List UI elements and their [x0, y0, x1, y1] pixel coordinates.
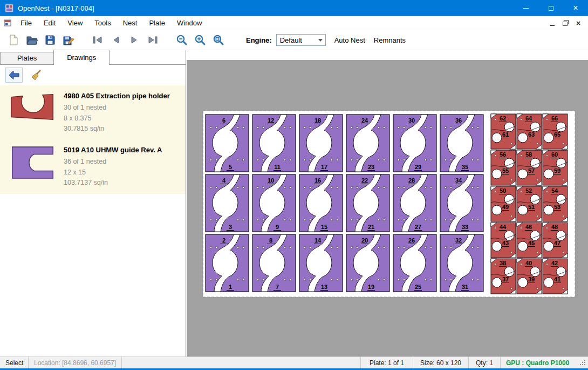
nest-canvas-area: 6512111817242330293635431091615222128273…	[187, 50, 588, 356]
sidebar: PlatesDrawings 4980 A05 Extraction pipe …	[0, 50, 186, 356]
minimize-button[interactable]	[514, 0, 538, 16]
svg-text:58: 58	[525, 151, 532, 158]
uhmw-guide-pair[interactable]: 3433	[440, 174, 483, 232]
pipe-holder-pair[interactable]: 6261	[491, 114, 516, 149]
svg-text:46: 46	[525, 224, 532, 230]
pipe-holder-pair[interactable]: 4241	[543, 259, 568, 294]
pipe-holder-pair[interactable]: 4039	[517, 259, 542, 294]
mdi-restore-icon	[563, 20, 569, 26]
save-as-button[interactable]	[59, 32, 78, 48]
uhmw-guide-pair[interactable]: 109	[252, 174, 296, 232]
maximize-icon	[549, 6, 553, 11]
pipe-holder-pair[interactable]: 4847	[543, 223, 568, 258]
uhmw-guide-pair[interactable]: 43	[206, 174, 249, 232]
svg-text:45: 45	[528, 240, 535, 246]
svg-text:5: 5	[229, 164, 232, 170]
zoom-fit-button[interactable]	[209, 32, 228, 48]
menu-file[interactable]: File	[15, 16, 38, 30]
uhmw-guide-pair[interactable]: 2827	[393, 174, 436, 232]
prev-arrow-icon	[110, 33, 122, 46]
tab-drawings[interactable]: Drawings	[53, 50, 110, 65]
menu-edit[interactable]: Edit	[38, 16, 61, 30]
uhmw-guide-pair[interactable]: 87	[252, 234, 296, 292]
zoom-fit-icon	[212, 33, 225, 46]
uhmw-guide-pair[interactable]: 3231	[440, 234, 483, 292]
svg-text:36: 36	[455, 117, 462, 124]
drawing-list-item[interactable]: 4980 A05 Extraction pipe holder30 of 1 n…	[0, 85, 186, 139]
pipe-holder-pair[interactable]: 5655	[491, 150, 516, 185]
zoom-in-button[interactable]	[191, 32, 209, 48]
first-plate-button[interactable]	[88, 32, 107, 48]
mdi-minimize-button[interactable]	[547, 18, 558, 28]
menu-plate[interactable]: Plate	[143, 16, 171, 30]
engine-select[interactable]: Default	[276, 34, 326, 46]
clear-parts-button[interactable]	[28, 68, 45, 83]
open-folder-icon	[25, 33, 38, 46]
toolbar: Engine: Default Auto Nest Remnants	[0, 30, 588, 50]
pipe-holder-pair[interactable]: 6463	[517, 114, 542, 149]
document-icon	[3, 19, 12, 28]
pipe-holder-pair[interactable]: 3837	[491, 259, 516, 294]
menu-view[interactable]: View	[61, 16, 88, 30]
pipe-holder-pair[interactable]: 5049	[491, 186, 516, 221]
maximize-button[interactable]	[538, 0, 563, 16]
svg-text:59: 59	[554, 167, 560, 174]
svg-text:25: 25	[415, 284, 421, 290]
last-arrow-icon	[146, 33, 159, 46]
status-qty: Qty: 1	[469, 357, 500, 368]
new-button[interactable]	[4, 32, 23, 48]
remnants-button[interactable]: Remnants	[374, 36, 406, 44]
pipe-holder-pair[interactable]: 4645	[517, 223, 542, 258]
part-nested-count: 30 of 1 nested	[64, 103, 170, 113]
prev-plate-button[interactable]	[107, 32, 125, 48]
uhmw-guide-pair[interactable]: 3029	[393, 115, 436, 172]
pipe-holder-pair[interactable]: 5857	[517, 150, 542, 185]
auto-nest-button[interactable]: Auto Nest	[334, 36, 365, 44]
save-button[interactable]	[41, 32, 59, 48]
drawings-toolbar	[0, 65, 186, 85]
svg-text:26: 26	[408, 237, 415, 244]
uhmw-guide-pair[interactable]: 2019	[346, 234, 389, 292]
uhmw-guide-pair[interactable]: 3635	[440, 115, 483, 172]
uhmw-guide-pair[interactable]: 1211	[252, 115, 296, 172]
uhmw-guide-pair[interactable]: 21	[206, 234, 249, 292]
uhmw-guide-pair[interactable]: 2423	[346, 115, 389, 172]
svg-text:11: 11	[274, 164, 281, 170]
zoom-out-icon	[175, 33, 188, 46]
uhmw-guide-pair[interactable]: 1413	[299, 234, 343, 292]
mdi-restore-button[interactable]	[560, 18, 571, 28]
mdi-close-button[interactable]: ×	[573, 18, 584, 28]
svg-text:3: 3	[229, 224, 232, 230]
pipe-holder-pair[interactable]: 5251	[517, 186, 542, 221]
uhmw-guide-pair[interactable]: 2221	[346, 174, 389, 232]
menu-tools[interactable]: Tools	[88, 16, 117, 30]
drawing-list-item[interactable]: 5019 A10 UHMW guide Rev. A36 of 1 nested…	[0, 139, 186, 193]
svg-text:15: 15	[321, 224, 327, 230]
uhmw-guide-pair[interactable]: 1817	[299, 115, 343, 172]
pipe-holder-pair[interactable]: 6665	[543, 114, 568, 149]
uhmw-guide-pair[interactable]: 2625	[393, 234, 436, 292]
svg-text:64: 64	[525, 115, 532, 122]
zoom-out-button[interactable]	[173, 32, 191, 48]
menu-window[interactable]: Window	[171, 16, 208, 30]
uhmw-guide-pair[interactable]: 1615	[299, 174, 343, 232]
tab-plates[interactable]: Plates	[0, 52, 54, 64]
next-plate-button[interactable]	[125, 32, 143, 48]
pipe-holder-pair[interactable]: 5453	[543, 186, 568, 221]
uhmw-guide-pair[interactable]: 65	[206, 115, 249, 172]
menu-nest[interactable]: Nest	[117, 16, 143, 30]
close-button[interactable]: ×	[563, 0, 588, 16]
nest-canvas[interactable]: 6512111817242330293635431091615222128273…	[187, 50, 588, 356]
svg-text:7: 7	[276, 284, 279, 290]
open-button[interactable]	[23, 32, 41, 48]
pipe-holder-pair[interactable]: 6059	[543, 150, 568, 185]
svg-text:32: 32	[455, 237, 462, 244]
pipe-holder-pair[interactable]: 4443	[491, 223, 516, 258]
return-part-button[interactable]	[5, 68, 23, 83]
svg-text:9: 9	[276, 224, 279, 230]
resize-grip[interactable]	[579, 359, 587, 367]
mdi-close-icon: ×	[576, 19, 580, 27]
last-plate-button[interactable]	[143, 32, 162, 48]
svg-text:62: 62	[500, 115, 506, 122]
save-floppy-icon	[44, 33, 57, 46]
